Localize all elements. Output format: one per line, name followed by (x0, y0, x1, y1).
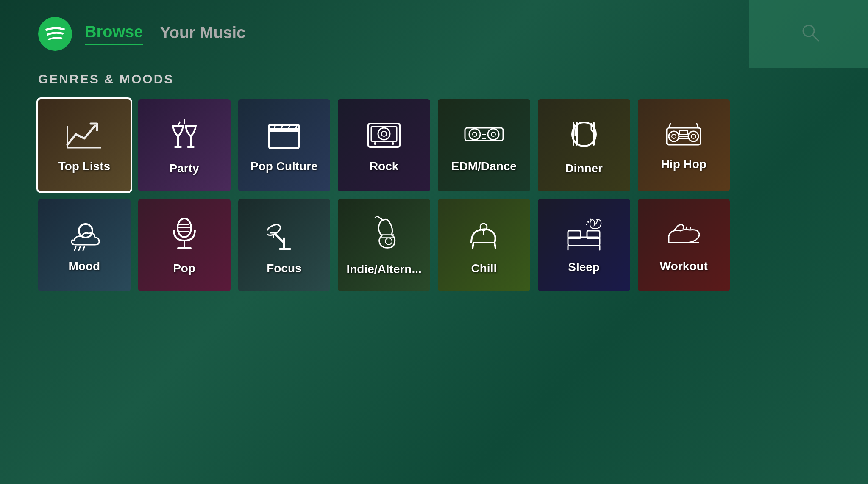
lounge-chair-icon (465, 215, 503, 255)
svg-line-44 (75, 247, 76, 250)
browse-tab[interactable]: Browse (85, 23, 143, 45)
svg-point-59 (385, 238, 392, 245)
amplifier-icon (365, 117, 403, 153)
clapperboard-icon (265, 117, 303, 153)
genre-label-chill: Chill (471, 262, 497, 275)
svg-point-18 (381, 131, 387, 136)
section-title: GENRES & MOODS (38, 72, 830, 86)
svg-point-73 (590, 219, 591, 220)
svg-line-61 (375, 216, 377, 218)
genre-card-pop[interactable]: Pop (138, 199, 231, 291)
svg-point-71 (587, 221, 589, 223)
svg-rect-38 (679, 130, 688, 135)
genre-card-hip-hop[interactable]: Hip Hop (638, 99, 730, 191)
desk-lamp-icon (267, 215, 301, 255)
genre-label-dinner: Dinner (565, 162, 603, 175)
svg-line-54 (275, 234, 284, 243)
svg-point-72 (586, 224, 587, 225)
genre-card-focus[interactable]: Focus (238, 199, 331, 291)
champagne-icon (165, 115, 203, 155)
sneaker-icon (665, 217, 703, 253)
genre-label-focus: Focus (267, 262, 301, 275)
genre-card-workout[interactable]: Workout (638, 199, 730, 291)
svg-point-23 (473, 132, 477, 136)
svg-point-17 (378, 128, 390, 140)
svg-point-19 (374, 142, 376, 145)
genre-card-pop-culture[interactable]: Pop Culture (238, 99, 331, 191)
svg-point-55 (267, 222, 282, 237)
svg-point-24 (488, 129, 499, 140)
genre-label-workout: Workout (660, 260, 708, 273)
header: Browse Your Music (0, 0, 868, 59)
turntable-icon (463, 117, 505, 153)
genre-grid-row2: Mood Pop (38, 199, 830, 291)
genre-card-party[interactable]: Party (138, 99, 231, 191)
svg-line-46 (83, 247, 84, 250)
genre-label-sleep: Sleep (568, 260, 600, 274)
genre-label-pop-culture: Pop Culture (250, 160, 318, 173)
genre-card-rock[interactable]: Rock (338, 99, 430, 191)
svg-point-0 (38, 17, 72, 51)
genre-card-indie[interactable]: Indie/Altern... (338, 199, 430, 291)
svg-point-22 (469, 129, 480, 140)
your-music-tab[interactable]: Your Music (160, 24, 245, 44)
genre-card-sleep[interactable]: Sleep (538, 199, 630, 291)
svg-point-37 (691, 134, 696, 138)
microphone-icon (167, 215, 201, 255)
svg-point-34 (669, 131, 679, 141)
top-right-panel (749, 0, 868, 68)
genre-card-chill[interactable]: Chill (438, 199, 530, 291)
genre-label-hip-hop: Hip Hop (661, 158, 707, 171)
genre-label-party: Party (170, 162, 199, 175)
svg-rect-9 (269, 129, 299, 148)
spotify-logo (38, 17, 72, 51)
genre-grid-row1: Top Lists Party (38, 99, 830, 191)
bed-moon-icon (564, 216, 604, 254)
genre-label-rock: Rock (370, 160, 398, 173)
genre-label-top-lists: Top Lists (58, 160, 110, 173)
genre-label-mood: Mood (69, 260, 100, 273)
genre-label-pop: Pop (173, 262, 195, 275)
boombox-icon (665, 119, 703, 151)
svg-line-60 (377, 216, 383, 220)
svg-point-20 (392, 142, 394, 145)
trending-icon (65, 117, 103, 153)
genre-card-dinner[interactable]: Dinner (538, 99, 630, 191)
weather-icon (65, 217, 103, 253)
genre-card-mood[interactable]: Mood (38, 199, 131, 291)
svg-point-36 (688, 131, 698, 141)
genres-section: GENRES & MOODS Top Lists (0, 59, 868, 291)
genre-label-edm: EDM/Dance (451, 160, 517, 173)
guitar-icon (368, 214, 400, 256)
nav-tabs: Browse Your Music (85, 23, 245, 45)
genre-card-edm[interactable]: EDM/Dance (438, 99, 530, 191)
genre-label-indie: Indie/Altern... (346, 263, 421, 276)
svg-point-35 (672, 134, 676, 138)
genre-card-top-lists[interactable]: Top Lists (38, 99, 131, 191)
fork-plate-icon (565, 115, 603, 155)
svg-line-45 (79, 247, 80, 250)
svg-point-25 (491, 132, 495, 136)
